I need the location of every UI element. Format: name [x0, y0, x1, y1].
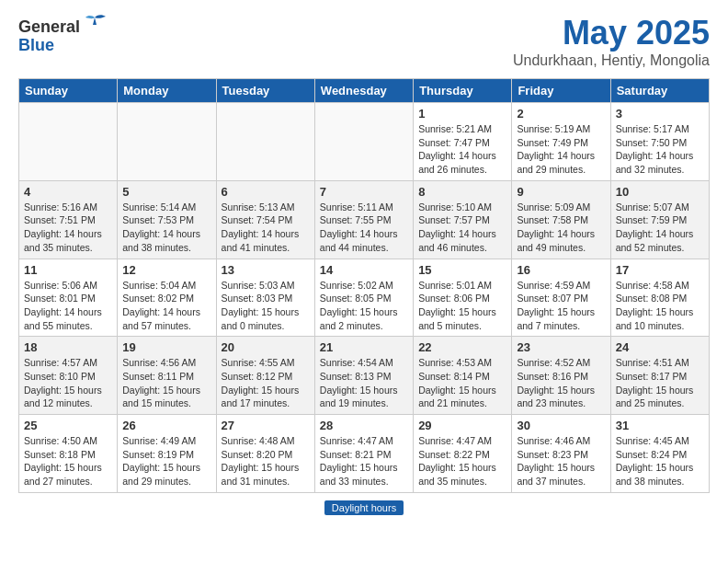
title-block: May 2025 Undurkhaan, Hentiy, Mongolia: [513, 14, 710, 69]
day-info: Sunrise: 4:53 AM Sunset: 8:14 PM Dayligh…: [418, 356, 506, 410]
day-number: 20: [222, 340, 310, 354]
day-header-monday: Monday: [118, 79, 216, 103]
day-number: 14: [320, 263, 408, 277]
footer-label: Daylight hours: [324, 500, 404, 515]
calendar-cell: 17Sunrise: 4:58 AM Sunset: 8:08 PM Dayli…: [610, 259, 709, 337]
day-info: Sunrise: 4:49 AM Sunset: 8:19 PM Dayligh…: [122, 434, 210, 488]
day-info: Sunrise: 5:10 AM Sunset: 7:57 PM Dayligh…: [418, 201, 506, 255]
day-info: Sunrise: 4:55 AM Sunset: 8:12 PM Dayligh…: [222, 356, 310, 410]
calendar-cell: [19, 103, 118, 181]
day-info: Sunrise: 5:13 AM Sunset: 7:54 PM Dayligh…: [222, 201, 310, 255]
day-number: 21: [320, 340, 408, 354]
day-info: Sunrise: 5:17 AM Sunset: 7:50 PM Dayligh…: [616, 122, 704, 177]
calendar-week-1: 1Sunrise: 5:21 AM Sunset: 7:47 PM Daylig…: [19, 103, 710, 181]
day-number: 25: [24, 419, 112, 432]
day-info: Sunrise: 5:16 AM Sunset: 7:51 PM Dayligh…: [24, 201, 112, 255]
day-number: 18: [24, 340, 112, 354]
day-info: Sunrise: 5:19 AM Sunset: 7:49 PM Dayligh…: [517, 122, 605, 177]
day-number: 15: [418, 263, 506, 277]
calendar-cell: 8Sunrise: 5:10 AM Sunset: 7:57 PM Daylig…: [414, 180, 512, 259]
calendar-cell: [314, 103, 413, 181]
day-info: Sunrise: 5:07 AM Sunset: 7:59 PM Dayligh…: [616, 201, 704, 255]
day-info: Sunrise: 4:46 AM Sunset: 8:23 PM Dayligh…: [517, 434, 605, 488]
day-header-sunday: Sunday: [19, 79, 118, 103]
calendar-cell: 26Sunrise: 4:49 AM Sunset: 8:19 PM Dayli…: [118, 415, 216, 493]
day-info: Sunrise: 4:57 AM Sunset: 8:10 PM Dayligh…: [24, 356, 112, 410]
day-info: Sunrise: 5:14 AM Sunset: 7:53 PM Dayligh…: [122, 201, 210, 255]
location-title: Undurkhaan, Hentiy, Mongolia: [513, 52, 710, 69]
calendar-cell: 18Sunrise: 4:57 AM Sunset: 8:10 PM Dayli…: [19, 337, 118, 415]
day-number: 27: [222, 419, 310, 432]
calendar-cell: 22Sunrise: 4:53 AM Sunset: 8:14 PM Dayli…: [414, 337, 512, 415]
day-info: Sunrise: 4:47 AM Sunset: 8:21 PM Dayligh…: [320, 434, 408, 488]
day-info: Sunrise: 4:45 AM Sunset: 8:24 PM Dayligh…: [616, 434, 704, 488]
day-info: Sunrise: 4:58 AM Sunset: 8:08 PM Dayligh…: [616, 279, 704, 333]
day-number: 13: [222, 263, 310, 277]
calendar-cell: 16Sunrise: 4:59 AM Sunset: 8:07 PM Dayli…: [512, 259, 610, 337]
day-number: 28: [320, 419, 408, 432]
calendar: SundayMondayTuesdayWednesdayThursdayFrid…: [18, 78, 710, 493]
calendar-header-row: SundayMondayTuesdayWednesdayThursdayFrid…: [19, 79, 710, 103]
calendar-cell: 25Sunrise: 4:50 AM Sunset: 8:18 PM Dayli…: [19, 415, 118, 493]
day-number: 5: [122, 185, 210, 199]
day-info: Sunrise: 5:06 AM Sunset: 8:01 PM Dayligh…: [24, 279, 112, 333]
calendar-cell: 27Sunrise: 4:48 AM Sunset: 8:20 PM Dayli…: [216, 415, 314, 493]
day-info: Sunrise: 4:56 AM Sunset: 8:11 PM Dayligh…: [122, 356, 210, 410]
calendar-cell: 3Sunrise: 5:17 AM Sunset: 7:50 PM Daylig…: [610, 103, 709, 181]
day-header-wednesday: Wednesday: [314, 79, 413, 103]
calendar-cell: 5Sunrise: 5:14 AM Sunset: 7:53 PM Daylig…: [118, 180, 216, 259]
day-info: Sunrise: 4:48 AM Sunset: 8:20 PM Dayligh…: [222, 434, 310, 488]
day-number: 26: [122, 419, 210, 432]
day-number: 30: [517, 419, 605, 432]
day-number: 11: [24, 263, 112, 277]
calendar-cell: 30Sunrise: 4:46 AM Sunset: 8:23 PM Dayli…: [512, 415, 610, 493]
footer: Daylight hours: [18, 500, 710, 515]
day-info: Sunrise: 4:59 AM Sunset: 8:07 PM Dayligh…: [517, 279, 605, 333]
calendar-cell: 1Sunrise: 5:21 AM Sunset: 7:47 PM Daylig…: [414, 103, 512, 181]
calendar-cell: 14Sunrise: 5:02 AM Sunset: 8:05 PM Dayli…: [314, 259, 413, 337]
calendar-cell: 7Sunrise: 5:11 AM Sunset: 7:55 PM Daylig…: [314, 180, 413, 259]
day-number: 2: [517, 107, 605, 121]
day-number: 8: [418, 185, 506, 199]
day-info: Sunrise: 4:47 AM Sunset: 8:22 PM Dayligh…: [418, 434, 506, 488]
day-number: 22: [418, 340, 506, 354]
logo-blue: Blue: [18, 36, 54, 55]
calendar-cell: 20Sunrise: 4:55 AM Sunset: 8:12 PM Dayli…: [216, 337, 314, 415]
day-number: 17: [616, 263, 704, 277]
day-number: 1: [418, 107, 506, 121]
day-number: 7: [320, 185, 408, 199]
calendar-week-2: 4Sunrise: 5:16 AM Sunset: 7:51 PM Daylig…: [19, 180, 710, 259]
calendar-cell: 24Sunrise: 4:51 AM Sunset: 8:17 PM Dayli…: [610, 337, 709, 415]
day-info: Sunrise: 4:54 AM Sunset: 8:13 PM Dayligh…: [320, 356, 408, 410]
day-number: 4: [24, 185, 112, 199]
day-info: Sunrise: 5:09 AM Sunset: 7:58 PM Dayligh…: [517, 201, 605, 255]
calendar-cell: 2Sunrise: 5:19 AM Sunset: 7:49 PM Daylig…: [512, 103, 610, 181]
day-info: Sunrise: 5:04 AM Sunset: 8:02 PM Dayligh…: [122, 279, 210, 333]
day-info: Sunrise: 4:50 AM Sunset: 8:18 PM Dayligh…: [24, 434, 112, 488]
calendar-cell: 29Sunrise: 4:47 AM Sunset: 8:22 PM Dayli…: [414, 415, 512, 493]
page: General Blue May 2025 Undurkhaan, Hentiy…: [0, 0, 728, 529]
calendar-cell: [216, 103, 314, 181]
calendar-cell: 31Sunrise: 4:45 AM Sunset: 8:24 PM Dayli…: [610, 415, 709, 493]
day-number: 6: [222, 185, 310, 199]
day-number: 24: [616, 340, 704, 354]
calendar-cell: 23Sunrise: 4:52 AM Sunset: 8:16 PM Dayli…: [512, 337, 610, 415]
calendar-cell: 15Sunrise: 5:01 AM Sunset: 8:06 PM Dayli…: [414, 259, 512, 337]
day-header-friday: Friday: [512, 79, 610, 103]
day-number: 29: [418, 419, 506, 432]
day-info: Sunrise: 5:11 AM Sunset: 7:55 PM Dayligh…: [320, 201, 408, 255]
day-number: 31: [616, 419, 704, 432]
calendar-cell: 6Sunrise: 5:13 AM Sunset: 7:54 PM Daylig…: [216, 180, 314, 259]
calendar-cell: 13Sunrise: 5:03 AM Sunset: 8:03 PM Dayli…: [216, 259, 314, 337]
header: General Blue May 2025 Undurkhaan, Hentiy…: [18, 14, 710, 69]
day-number: 19: [122, 340, 210, 354]
day-header-tuesday: Tuesday: [216, 79, 314, 103]
calendar-cell: 12Sunrise: 5:04 AM Sunset: 8:02 PM Dayli…: [118, 259, 216, 337]
calendar-week-5: 25Sunrise: 4:50 AM Sunset: 8:18 PM Dayli…: [19, 415, 710, 493]
day-number: 3: [616, 107, 704, 121]
calendar-week-3: 11Sunrise: 5:06 AM Sunset: 8:01 PM Dayli…: [19, 259, 710, 337]
calendar-cell: 21Sunrise: 4:54 AM Sunset: 8:13 PM Dayli…: [314, 337, 413, 415]
calendar-cell: 4Sunrise: 5:16 AM Sunset: 7:51 PM Daylig…: [19, 180, 118, 259]
day-number: 9: [517, 185, 605, 199]
logo: General Blue: [18, 14, 108, 55]
